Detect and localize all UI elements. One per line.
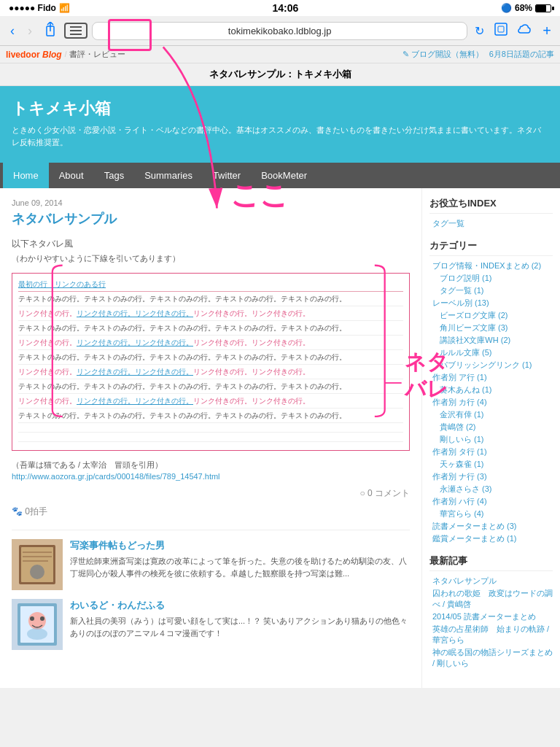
sidebar-cat-20[interactable]: 作者別 ハ行 (4) <box>429 496 553 507</box>
article-source: （吾輩は猫である / 太宰治 冒頭を引用） <box>12 460 410 471</box>
sidebar-cat-14[interactable]: 貴嶋啓 (2) <box>429 422 553 433</box>
share-button[interactable] <box>41 20 60 41</box>
related-thumb-2 <box>12 599 63 650</box>
carrier-signal: ●●●●● Fido <box>9 3 56 13</box>
sidebar-cat-8[interactable]: ルルル文庫 (5) <box>429 347 553 358</box>
sidebar-cat-23[interactable]: 鑑賞メーターまとめ (1) <box>429 533 553 544</box>
spoiler-line-3: リンク付きの行。リンク付きの行。リンク付きの行。リンク付きの行。リンク付きの行。 <box>18 309 403 321</box>
blog-description: ときめく少女小説・恋愛小説・ライト・ベルなどの書評中心。基本はオススメのみ、書き… <box>12 124 548 148</box>
sidebar-cat-5[interactable]: ビーズログ文庫 (2) <box>429 310 553 321</box>
add-tab-button[interactable]: + <box>540 21 554 41</box>
sidebar-recent-2[interactable]: 囚われの歌姫 政変はウードの調べ / 貴嶋啓 <box>429 588 553 610</box>
sec-right: ✎ ブログ開設（無料） 6月8日話題の記事 <box>402 49 554 60</box>
blog-open-button[interactable]: ✎ ブログ開設（無料） <box>402 49 483 60</box>
hamburger-line <box>70 26 82 28</box>
main-content: June 09, 2014 ネタバレサンプル 以下ネタバレ風 （わかりやすいよう… <box>0 188 560 688</box>
hamburger-line <box>70 34 82 35</box>
sidebar-cat-7[interactable]: 講談社X文庫WH (2) <box>429 335 553 346</box>
sidebar-cat-2[interactable]: ブログ説明 (1) <box>429 273 553 284</box>
related-info-2: わいるど・わんだふる 新入社員の美羽（みう）は可愛い顔をして実は...！？ 笑い… <box>70 599 410 650</box>
article-likes: 🐾 0拍手 <box>12 506 410 518</box>
article-area: June 09, 2014 ネタバレサンプル 以下ネタバレ風 （わかりやすいよう… <box>0 188 421 688</box>
related-title-1[interactable]: 写楽事件帖もどった男 <box>70 539 410 552</box>
related-desc-1: 浮世絵師東洲斎写楽は寛政の改革によって筆を折った。失意の後を助けるため幼馴染の友… <box>70 555 410 579</box>
nav-item-twitter[interactable]: Twitter <box>203 163 251 188</box>
related-thumb-1 <box>12 539 63 590</box>
secondary-toolbar: livedoor Blog / 書評・レビュー ✎ ブログ開設（無料） 6月8日… <box>0 46 560 63</box>
spoiler-line-9: リンク付きの行。リンク付きの行。リンク付きの行。リンク付きの行。リンク付きの行。 <box>18 396 403 409</box>
sidebar-cat-22[interactable]: 読書メーターまとめ (3) <box>429 521 553 532</box>
nav-item-about[interactable]: About <box>49 163 94 188</box>
spoiler-line-4: テキストのみの行。テキストのみの行。テキストのみの行。テキストのみの行。テキスト… <box>18 323 403 336</box>
cloud-button[interactable] <box>515 23 535 39</box>
sidebar-recent-3[interactable]: 2014/05 読書メーターまとめ <box>429 611 553 622</box>
battery-icon <box>535 4 551 12</box>
hamburger-button[interactable] <box>64 23 88 39</box>
sidebar: お役立ちINDEX タグ一覧 カテゴリー ブログ情報・INDEXまとめ (2) … <box>421 188 560 688</box>
page-title-bar: ネタバレサンプル：トキメキ小箱 <box>0 63 560 86</box>
sidebar-categories-section: カテゴリー ブログ情報・INDEXまとめ (2) ブログ説明 (1) タグ一覧 … <box>429 239 553 544</box>
sidebar-cat-19[interactable]: 永瀬さらさ (3) <box>429 484 553 495</box>
tabs-button[interactable] <box>491 21 510 40</box>
sidebar-cat-21[interactable]: 華宮らら (4) <box>429 508 553 519</box>
sidebar-recent-section: 最新記事 ネタバレサンプル 囚われの歌姫 政変はウードの調べ / 貴嶋啓 201… <box>429 554 553 669</box>
svg-point-15 <box>27 628 47 640</box>
sidebar-cat-3[interactable]: タグ一覧 (1) <box>429 285 553 296</box>
sidebar-cat-13[interactable]: 金沢有倖 (1) <box>429 409 553 420</box>
spoiler-line-1: 最初の行 リンクのある行 <box>18 279 403 292</box>
refresh-button[interactable]: ↻ <box>472 23 487 39</box>
sidebar-cat-1[interactable]: ブログ情報・INDEXまとめ (2) <box>429 260 553 271</box>
status-left: ●●●●● Fido 📶 <box>9 3 70 13</box>
sidebar-cat-11[interactable]: 葵木あんね (1) <box>429 384 553 395</box>
spoiler-blank-1 <box>18 425 403 433</box>
status-right: 🔵 68% <box>501 3 551 13</box>
sidebar-cat-18[interactable]: 作者別 ナ行 (3) <box>429 471 553 482</box>
spoiler-line-5: リンク付きの行。リンク付きの行。リンク付きの行。リンク付きの行。リンク付きの行。 <box>18 338 403 350</box>
article-comments: ○ 0 コメント <box>12 487 410 500</box>
article-link[interactable]: http://www.aozora.gr.jp/cards/000148/fil… <box>12 472 220 481</box>
blog-title: トキメキ小箱 <box>12 98 548 120</box>
article-subtitle: 以下ネタバレ風 <box>12 238 410 250</box>
forward-button[interactable]: › <box>23 22 36 40</box>
related-desc-2: 新入社員の美羽（みう）は可愛い顔をして実は...！？ 笑いありアクションあり猫あ… <box>70 615 410 639</box>
sidebar-cat-9[interactable]: パブリッシングリンク (1) <box>429 360 553 371</box>
sidebar-cat-10[interactable]: 作者別 ア行 (1) <box>429 372 553 383</box>
spoiler-blank-2 <box>18 435 403 442</box>
article-title: ネタバレサンプル <box>12 210 410 228</box>
hamburger-line <box>70 30 82 31</box>
nav-item-tags[interactable]: Tags <box>94 163 134 188</box>
sidebar-cat-15[interactable]: 剛しいら (1) <box>429 434 553 445</box>
related-title-2[interactable]: わいるど・わんだふる <box>70 599 410 612</box>
article-date: June 09, 2014 <box>12 198 410 207</box>
blog-header: トキメキ小箱 ときめく少女小説・恋愛小説・ライト・ベルなどの書評中心。基本はオス… <box>0 86 560 163</box>
sidebar-recent-1[interactable]: ネタバレサンプル <box>429 576 553 587</box>
spoiler-line-2: テキストのみの行。テキストのみの行。テキストのみの行。テキストのみの行。テキスト… <box>18 294 403 306</box>
sidebar-recent-title: 最新記事 <box>429 554 553 571</box>
nav-item-home[interactable]: Home <box>3 163 49 188</box>
sidebar-index-title: お役立ちINDEX <box>429 197 553 214</box>
address-bar[interactable]: tokimekikobako.ldblog.jp <box>92 22 467 40</box>
sidebar-cat-6[interactable]: 角川ビーズ文庫 (3) <box>429 322 553 333</box>
back-button[interactable]: ‹ <box>6 22 19 40</box>
spoiler-line-6: テキストのみの行。テキストのみの行。テキストのみの行。テキストのみの行。テキスト… <box>18 352 403 365</box>
spoiler-line-7: リンク付きの行。リンク付きの行。リンク付きの行。リンク付きの行。リンク付きの行。 <box>18 367 403 379</box>
sidebar-cat-16[interactable]: 作者別 タ行 (1) <box>429 446 553 457</box>
related-item-1: 写楽事件帖もどった男 浮世絵師東洲斎写楽は寛政の改革によって筆を折った。失意の後… <box>12 539 410 590</box>
svg-rect-3 <box>498 26 504 32</box>
sidebar-tag-list-link[interactable]: タグ一覧 <box>429 218 553 229</box>
sidebar-cat-12[interactable]: 作者別 カ行 (4) <box>429 397 553 408</box>
spoiler-block: 最初の行 リンクのある行 テキストのみの行。テキストのみの行。テキストのみの行。… <box>12 273 410 451</box>
article-subtitle2: （わかりやすいように下線を引いてあります） <box>12 253 410 264</box>
page-title: ネタバレサンプル：トキメキ小箱 <box>209 69 351 80</box>
date-article-link[interactable]: 6月8日話題の記事 <box>489 49 554 60</box>
nav-item-summaries[interactable]: Summaries <box>134 163 203 188</box>
sidebar-cat-4[interactable]: レーベル別 (13) <box>429 298 553 309</box>
sidebar-cat-17[interactable]: 天ヶ森雀 (1) <box>429 459 553 470</box>
nav-item-bookmeter[interactable]: BookMeter <box>251 163 317 188</box>
spoiler-line-8: テキストのみの行。テキストのみの行。テキストのみの行。テキストのみの行。テキスト… <box>18 382 403 394</box>
nav-menu: Home About Tags Summaries Twitter BookMe… <box>0 163 560 188</box>
sidebar-recent-5[interactable]: 神の眠る国の物語シリーズまとめ / 剛しいら <box>429 647 553 669</box>
time-display: 14:06 <box>273 2 299 14</box>
svg-point-10 <box>30 565 44 579</box>
sidebar-recent-4[interactable]: 英雄の占星術師 始まりの軌跡 / 華宮らら <box>429 624 553 646</box>
